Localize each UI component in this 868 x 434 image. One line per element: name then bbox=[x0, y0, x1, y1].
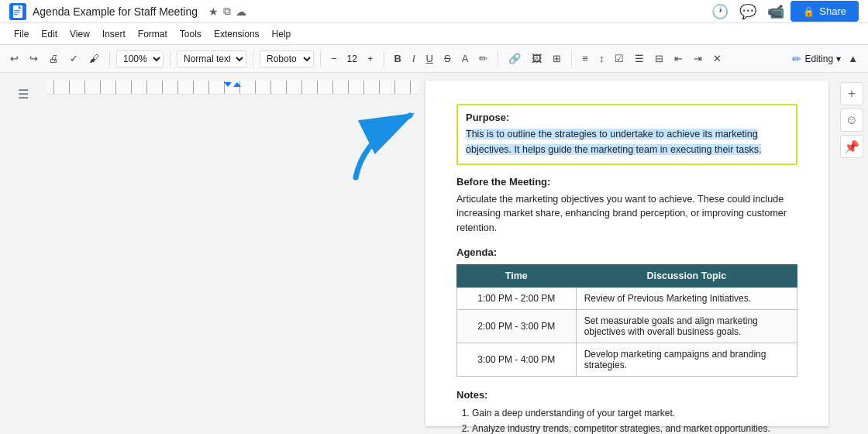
notes-list: Gain a deep understanding of your target… bbox=[456, 405, 797, 434]
notes-title: Notes: bbox=[456, 389, 797, 401]
font-select[interactable]: Roboto bbox=[260, 50, 314, 67]
table-cell-time-3: 3:00 PM - 4:00 PM bbox=[457, 343, 577, 376]
doc-area: Purpose: This is to outline the strategi… bbox=[46, 73, 835, 434]
add-comment-button[interactable]: + bbox=[840, 82, 863, 105]
comments-icon[interactable]: 💬 bbox=[739, 3, 756, 20]
divider-2 bbox=[170, 51, 170, 67]
redo-button[interactable]: ↪ bbox=[26, 50, 42, 67]
clear-format-button[interactable]: ✕ bbox=[709, 50, 725, 67]
strikethrough-button[interactable]: S bbox=[440, 50, 455, 67]
notes-item-2: Analyze industry trends, competitor stra… bbox=[472, 421, 797, 434]
cloud-icon[interactable]: ☁ bbox=[236, 5, 246, 18]
table-cell-topic-2: Set measurable goals and align marketing… bbox=[576, 309, 797, 343]
insert-button[interactable]: ⊞ bbox=[549, 50, 565, 67]
before-meeting-title: Before the Meeting: bbox=[456, 176, 797, 188]
svg-rect-2 bbox=[14, 12, 20, 12]
numbered-list-button[interactable]: ⊟ bbox=[651, 50, 667, 67]
table-cell-topic-1: Review of Previous Marketing Initiatives… bbox=[576, 287, 797, 309]
link-button[interactable]: 🔗 bbox=[505, 50, 525, 67]
spellcheck-button[interactable]: ✓ bbox=[66, 50, 82, 67]
undo-button[interactable]: ↩ bbox=[6, 50, 22, 67]
bullet-list-button[interactable]: ☰ bbox=[631, 50, 648, 67]
purpose-section: Purpose: This is to outline the strategi… bbox=[456, 104, 797, 165]
table-row: 3:00 PM - 4:00 PM Develop marketing camp… bbox=[457, 343, 797, 376]
menu-view[interactable]: View bbox=[65, 27, 95, 41]
menu-edit[interactable]: Edit bbox=[36, 27, 62, 41]
text-color-button[interactable]: A bbox=[458, 50, 473, 67]
menu-file[interactable]: File bbox=[9, 27, 33, 41]
highlight-button[interactable]: ✏ bbox=[475, 50, 491, 67]
history-icon[interactable]: 🕐 bbox=[711, 3, 728, 20]
copy-icon[interactable]: ⧉ bbox=[223, 5, 231, 18]
before-meeting-section: Before the Meeting: Articulate the marke… bbox=[456, 176, 797, 236]
align-button[interactable]: ≡ bbox=[578, 50, 592, 67]
font-size: 12 bbox=[344, 52, 360, 66]
decrease-indent-button[interactable]: ⇤ bbox=[670, 50, 687, 67]
svg-rect-3 bbox=[14, 14, 18, 15]
editing-mode: ✏ Editing ▾ bbox=[792, 53, 841, 65]
menu-format[interactable]: Format bbox=[133, 27, 172, 41]
header-right: 🕐 💬 📹 bbox=[711, 3, 784, 20]
outline-icon[interactable]: ☰ bbox=[13, 82, 33, 106]
pin-button[interactable]: 📌 bbox=[840, 135, 863, 158]
menu-bar: File Edit View Insert Format Tools Exten… bbox=[0, 23, 868, 45]
star-icon[interactable]: ★ bbox=[208, 5, 219, 18]
emoji-button[interactable]: ☺ bbox=[840, 108, 863, 132]
divider-1 bbox=[109, 51, 110, 67]
purpose-text: This is to outline the strategies to und… bbox=[466, 129, 761, 155]
left-sidebar: ☰ bbox=[0, 73, 46, 434]
underline-button[interactable]: U bbox=[422, 50, 437, 67]
title-icons: ★ ⧉ ☁ bbox=[208, 5, 246, 18]
image-button[interactable]: 🖼 bbox=[528, 50, 546, 67]
docs-icon bbox=[9, 3, 26, 20]
table-cell-time-1: 1:00 PM - 2:00 PM bbox=[457, 287, 577, 309]
table-cell-time-2: 2:00 PM - 3:00 PM bbox=[457, 309, 577, 343]
menu-help[interactable]: Help bbox=[267, 27, 296, 41]
increase-indent-button[interactable]: ⇥ bbox=[690, 50, 706, 67]
editing-chevron[interactable]: ▾ bbox=[836, 53, 841, 64]
table-row: 2:00 PM - 3:00 PM Set measurable goals a… bbox=[457, 309, 797, 343]
paint-format-button[interactable]: 🖌 bbox=[85, 50, 103, 67]
table-cell-topic-3: Develop marketing campaigns and branding… bbox=[576, 343, 797, 376]
share-label: Share bbox=[819, 5, 846, 17]
agenda-section: Agenda: Time Discussion Topic 1:00 PM - … bbox=[456, 246, 797, 377]
before-meeting-text: Articulate the marketing objectives you … bbox=[456, 192, 797, 236]
zoom-select[interactable]: 100% bbox=[116, 50, 164, 67]
font-decrease-button[interactable]: − bbox=[327, 50, 341, 67]
agenda-title: Agenda: bbox=[456, 246, 797, 258]
menu-extensions[interactable]: Extensions bbox=[209, 27, 264, 41]
divider-6 bbox=[498, 51, 498, 67]
font-increase-button[interactable]: + bbox=[363, 50, 377, 67]
toolbar: ↩ ↪ 🖨 ✓ 🖌 100% Normal text Roboto − 12 +… bbox=[0, 45, 868, 73]
arrow-annotation bbox=[340, 92, 433, 188]
table-row: 1:00 PM - 2:00 PM Review of Previous Mar… bbox=[457, 287, 797, 309]
table-header-topic: Discussion Topic bbox=[576, 264, 797, 287]
divider-3 bbox=[253, 51, 253, 67]
collapse-button[interactable]: ▲ bbox=[844, 50, 862, 67]
bold-button[interactable]: B bbox=[391, 50, 405, 67]
editing-text: Editing bbox=[804, 53, 833, 64]
main-area: ☰ bbox=[0, 73, 868, 434]
agenda-table: Time Discussion Topic 1:00 PM - 2:00 PM … bbox=[456, 264, 797, 377]
menu-insert[interactable]: Insert bbox=[98, 27, 130, 41]
line-spacing-button[interactable]: ↕ bbox=[595, 50, 608, 67]
right-sidebar: + ☺ 📌 bbox=[835, 73, 868, 434]
page: Purpose: This is to outline the strategi… bbox=[425, 81, 828, 426]
print-button[interactable]: 🖨 bbox=[45, 50, 63, 67]
menu-tools[interactable]: Tools bbox=[175, 27, 206, 41]
page-wrapper: Purpose: This is to outline the strategi… bbox=[418, 81, 835, 426]
notes-section: Notes: Gain a deep understanding of your… bbox=[456, 389, 797, 434]
meet-icon[interactable]: 📹 bbox=[767, 3, 784, 20]
checklist-button[interactable]: ☑ bbox=[611, 50, 628, 67]
svg-rect-0 bbox=[13, 5, 22, 18]
style-select[interactable]: Normal text bbox=[177, 50, 246, 67]
pencil-icon: ✏ bbox=[792, 53, 801, 65]
italic-button[interactable]: I bbox=[408, 50, 419, 67]
share-button[interactable]: 🔒 Share bbox=[790, 1, 859, 22]
divider-5 bbox=[384, 51, 384, 67]
purpose-title: Purpose: bbox=[466, 112, 788, 123]
divider-7 bbox=[571, 51, 572, 67]
svg-rect-1 bbox=[14, 10, 20, 11]
top-bar: Agenda Example for Staff Meeting ★ ⧉ ☁ 🕐… bbox=[0, 0, 868, 23]
notes-item-1: Gain a deep understanding of your target… bbox=[472, 405, 797, 421]
